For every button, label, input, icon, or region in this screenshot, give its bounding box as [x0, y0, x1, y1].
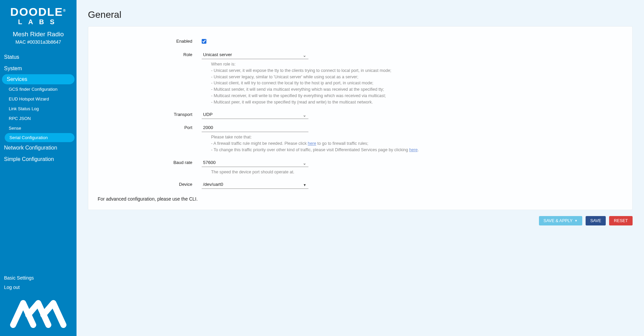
main-content: General Enabled Role Unicast server ⌄ Wh…	[77, 0, 644, 336]
role-help-intro: When role is:	[211, 61, 446, 68]
role-help-line: - Multicast sender, it will send via mul…	[211, 86, 446, 93]
enabled-label: Enabled	[98, 37, 202, 44]
port-help-intro: Please take note that:	[211, 134, 446, 140]
role-help-line: - Multicast receiver, it will write to t…	[211, 93, 446, 99]
nav-basic-settings[interactable]: Basic Settings	[4, 273, 72, 283]
sidebar-bottom: Basic Settings Log out	[0, 273, 77, 336]
nav-sub-rpc[interactable]: RPC JSON	[5, 114, 77, 123]
caret-down-icon: ▼	[575, 219, 578, 222]
nav-status[interactable]: Status	[0, 51, 77, 63]
role-help-line: - Unicast server, it will expose the tty…	[211, 68, 446, 74]
sidebar: DOODLE® LABS Mesh Rider Radio MAC #00301…	[0, 0, 77, 336]
device-label: Device	[98, 180, 202, 187]
nav-sub-serial[interactable]: Serial Configuration	[5, 133, 75, 142]
nav-sub-gcs[interactable]: GCS finder Configuration	[5, 84, 77, 94]
role-help: When role is: - Unicast server, it will …	[211, 61, 446, 105]
action-bar: SAVE & APPLY ▼ SAVE RESET	[88, 216, 633, 225]
nav-services[interactable]: Services	[2, 74, 75, 84]
nav-logout[interactable]: Log out	[4, 283, 72, 292]
port-help-line2: - To change this traffic priority over o…	[211, 147, 446, 153]
page-title: General	[88, 9, 633, 20]
firewall-link[interactable]: here	[308, 141, 316, 146]
role-help-line: - Unicast client, it will try to connect…	[211, 80, 446, 86]
product-name: Mesh Rider Radio	[6, 31, 70, 38]
port-label: Port	[98, 123, 202, 130]
nav: Status System Services GCS finder Config…	[0, 51, 77, 165]
nav-sub-sense[interactable]: Sense	[5, 123, 77, 133]
mac-address: MAC #00301a3b8647	[6, 39, 70, 45]
cli-note: For advanced configuration, please use t…	[98, 196, 623, 202]
brand-line1: D	[10, 5, 19, 18]
save-apply-label: SAVE & APPLY	[544, 218, 573, 223]
nav-services-sub: GCS finder Configuration EUD Hotspot Wiz…	[0, 84, 77, 142]
save-button[interactable]: SAVE	[586, 216, 606, 225]
baud-label: Baud rate	[98, 158, 202, 165]
transport-select[interactable]: UDP	[202, 110, 308, 119]
nav-system[interactable]: System	[0, 63, 77, 74]
transport-label: Transport	[98, 110, 202, 117]
save-apply-button[interactable]: SAVE & APPLY ▼	[539, 216, 582, 225]
nav-sub-eud[interactable]: EUD Hotspot Wizard	[5, 94, 77, 104]
role-help-line: - Multicast peer, it will expose the spe…	[211, 99, 446, 106]
nav-sub-link-status[interactable]: Link Status Log	[5, 104, 77, 114]
sidebar-header: DOODLE® LABS Mesh Rider Radio MAC #00301…	[0, 0, 77, 49]
port-help-line1: - A firewall traffic rule might be neede…	[211, 140, 446, 147]
baud-help: The speed the device port should operate…	[211, 169, 446, 175]
brand-line2: LABS	[8, 18, 70, 26]
role-help-line: - Unicast server legacy, similar to 'Uni…	[211, 74, 446, 80]
role-select[interactable]: Unicast server	[202, 50, 308, 59]
general-panel: Enabled Role Unicast server ⌄ When role …	[88, 26, 633, 210]
port-input[interactable]	[202, 123, 308, 132]
reset-button[interactable]: RESET	[609, 216, 633, 225]
footer-logo	[4, 298, 72, 329]
port-help: Please take note that: - A firewall traf…	[211, 134, 446, 153]
baud-select[interactable]: 57600	[202, 158, 308, 167]
enabled-checkbox[interactable]	[202, 39, 206, 44]
role-label: Role	[98, 50, 202, 57]
diffserv-link[interactable]: here	[409, 148, 417, 152]
brand-logo: DOODLE®	[6, 6, 70, 17]
nav-network-config[interactable]: Network Configuration	[0, 142, 77, 154]
device-select[interactable]: /dev/uart0	[202, 180, 308, 189]
nav-simple-config[interactable]: Simple Configuration	[0, 154, 77, 165]
